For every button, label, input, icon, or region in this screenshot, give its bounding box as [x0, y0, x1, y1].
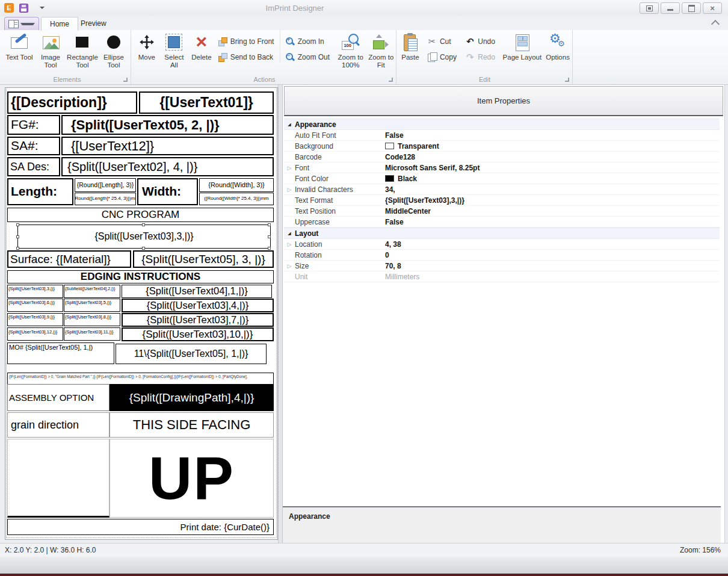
- application-menu-button[interactable]: [4, 17, 39, 31]
- property-row-uppercase[interactable]: Uppercase False: [284, 217, 720, 228]
- property-row-rotation[interactable]: Rotation 0: [284, 250, 720, 261]
- select-all-button[interactable]: Select All: [161, 30, 188, 69]
- property-row-unit[interactable]: Unit Millimeters: [284, 271, 720, 282]
- edging-cell[interactable]: {Split([UserText03],4,|)}: [122, 299, 274, 312]
- label-cell-assembly-option[interactable]: ASSEMBLY OPTION: [7, 384, 110, 411]
- dialog-launcher-icon[interactable]: [565, 78, 569, 82]
- label-cell-fg-label[interactable]: FG#:: [7, 115, 60, 135]
- resize-handle[interactable]: [268, 223, 271, 226]
- collapse-icon[interactable]: ◢: [284, 231, 295, 236]
- label-cell-edging-header[interactable]: EDGING INSTRUCTIONS: [7, 270, 274, 283]
- property-row-location[interactable]: ▷ Location 4, 38: [284, 239, 720, 250]
- label-cell-width-mm[interactable]: ({Round([Width]* 25.4, 3)})mm: [199, 193, 274, 205]
- dialog-launcher-icon[interactable]: [389, 78, 393, 82]
- property-row-font-color[interactable]: Font Color Black: [284, 173, 720, 184]
- property-row-text-position[interactable]: Text Position MiddleCenter: [284, 206, 720, 217]
- copy-button[interactable]: Copy: [427, 52, 461, 63]
- property-row-auto-fit-font[interactable]: Auto Fit Font False: [284, 130, 720, 141]
- edging-cell[interactable]: {Split([UserText03],8,|)}: [64, 313, 120, 326]
- label-cell-print-date[interactable]: Print date: {CurDate()}: [7, 519, 274, 535]
- panel-splitter[interactable]: [278, 85, 283, 543]
- label-cell-grain-direction[interactable]: grain direction: [7, 412, 110, 438]
- edging-cell[interactable]: {Subfield([UserText04],2,|)}: [64, 285, 120, 298]
- fullscreen-button[interactable]: [640, 2, 659, 14]
- redo-button[interactable]: ↷ Redo: [465, 52, 501, 63]
- label-cell-cnc-program[interactable]: CNC PROGRAM: [7, 208, 274, 222]
- zoom-to-100-button[interactable]: 100 Zoom to 100%: [335, 30, 366, 69]
- resize-handle[interactable]: [142, 247, 145, 250]
- send-to-back-button[interactable]: Send to Back: [218, 52, 280, 63]
- zoom-out-button[interactable]: − Zoom Out: [285, 52, 335, 63]
- edging-cell[interactable]: {Split([UserText03],9,|)}: [7, 313, 63, 326]
- dialog-launcher-icon[interactable]: [123, 78, 128, 82]
- edging-cell[interactable]: {Split([UserText03],6,|)}: [7, 299, 63, 312]
- label-cell-sa-label[interactable]: SA#:: [7, 137, 60, 155]
- property-category-layout[interactable]: ◢ Layout: [284, 228, 720, 239]
- property-row-barcode[interactable]: Barcode Code128: [284, 152, 720, 163]
- bring-to-front-button[interactable]: Bring to Front: [218, 36, 280, 47]
- edging-cell[interactable]: {Split([UserText03],5,|)}: [64, 299, 120, 312]
- resize-handle[interactable]: [16, 235, 19, 238]
- property-row-font[interactable]: ▷ Font Microsoft Sans Serif, 8.25pt: [284, 163, 720, 173]
- label-cell-usertext01[interactable]: {[UserText01]}: [139, 91, 274, 114]
- label-cell-assembly-value[interactable]: {Split([DrawingPath],4,|)}: [110, 384, 274, 411]
- label-cell-description[interactable]: {[Description]}: [7, 91, 137, 114]
- label-cell-empty[interactable]: [7, 439, 110, 518]
- resize-handle[interactable]: [16, 223, 19, 226]
- undo-button[interactable]: ↶ Undo: [465, 36, 501, 47]
- edging-cell[interactable]: {Split([UserText03],12,|)}: [7, 327, 63, 341]
- property-row-text-format[interactable]: Text Format {Split([UserText03],3,|)}: [284, 195, 720, 206]
- label-page[interactable]: {[Description]} {[UserText01]} FG#: {Spl…: [5, 87, 278, 540]
- move-button[interactable]: Move: [133, 30, 161, 61]
- property-row-size[interactable]: ▷ Size 70, 8: [284, 261, 720, 271]
- label-cell-this-side-facing[interactable]: THIS SIDE FACING: [110, 412, 274, 438]
- minimize-button[interactable]: [661, 2, 680, 14]
- label-cell-sa-value[interactable]: {[UserText12]}: [61, 137, 274, 155]
- label-cell-width-value[interactable]: {Round([Width], 3)}: [199, 178, 274, 192]
- property-category-appearance[interactable]: ◢ Appearance: [284, 119, 720, 130]
- collapse-icon[interactable]: ◢: [284, 122, 295, 127]
- delete-button[interactable]: × Delete: [188, 30, 215, 61]
- expand-icon[interactable]: ▷: [284, 263, 295, 269]
- resize-handle[interactable]: [142, 223, 145, 226]
- label-cell-sades-value[interactable]: {Split([UserText02], 4, |)}: [61, 157, 274, 176]
- label-cell-surface[interactable]: Surface: {[Material]}: [7, 250, 131, 268]
- expand-icon[interactable]: ▷: [284, 187, 295, 193]
- label-cell-surface-value[interactable]: {Split([UserText05], 3, |)}: [133, 250, 274, 268]
- text-tool-button[interactable]: Text Tool: [4, 30, 35, 61]
- property-row-background[interactable]: Background Transparent: [284, 141, 720, 152]
- resize-handle[interactable]: [268, 247, 271, 250]
- zoom-to-fit-button[interactable]: Zoom to Fit: [366, 30, 396, 69]
- edging-cell[interactable]: {Split([UserText03],7,|)}: [122, 313, 274, 327]
- close-button[interactable]: ×: [703, 2, 722, 14]
- label-cell-up[interactable]: UP: [110, 439, 274, 518]
- edging-cell[interactable]: {Split([UserText03],10,|)}: [122, 327, 274, 341]
- property-row-invalid-characters[interactable]: ▷ Invalid Characters 34,: [284, 184, 720, 195]
- selected-text-element[interactable]: {Split([UserText03],3,|)}: [17, 225, 271, 249]
- label-cell-mo-value[interactable]: 11\{Split([UserText05], 1,|)}: [116, 344, 267, 364]
- resize-handle[interactable]: [16, 247, 19, 250]
- tab-home[interactable]: Home: [41, 17, 78, 31]
- options-button[interactable]: ⚙⚙ Options: [543, 30, 572, 61]
- design-canvas[interactable]: {[Description]} {[UserText01]} FG#: {Spl…: [0, 85, 278, 543]
- zoom-in-button[interactable]: + Zoom In: [285, 36, 335, 47]
- expand-icon[interactable]: ▷: [284, 165, 295, 171]
- label-cell-length-value[interactable]: {Round([Length], 3)}: [75, 178, 136, 192]
- paste-button[interactable]: Paste: [397, 30, 424, 61]
- label-cell-fg-value[interactable]: {Split([UserText05, 2, |)}: [61, 115, 274, 135]
- ellipse-tool-button[interactable]: Ellipse Tool: [99, 30, 129, 69]
- label-cell-sades-label[interactable]: SA Des:: [7, 157, 60, 176]
- label-cell-length-label[interactable]: Length:: [7, 178, 73, 205]
- resize-handle[interactable]: [268, 235, 271, 238]
- page-layout-button[interactable]: Page Layout: [501, 30, 544, 61]
- maximize-button[interactable]: [682, 2, 701, 14]
- edging-cell[interactable]: {Split([UserText04],1,|)}: [122, 285, 272, 298]
- collapse-ribbon-icon[interactable]: [711, 20, 720, 28]
- rectangle-tool-button[interactable]: Rectangle Tool: [66, 30, 99, 69]
- edging-cell[interactable]: {Split([UserText03],3,|)}: [7, 285, 63, 298]
- label-cell-mo[interactable]: MO# {Split([UserText05], 1,|): [7, 342, 114, 364]
- expand-icon[interactable]: ▷: [284, 241, 295, 247]
- edging-cell[interactable]: {Split([UserText03],11,|)}: [64, 327, 120, 341]
- label-cell-length-mm[interactable]: ({Round([Length]* 25.4, 3)})mm: [75, 193, 136, 205]
- label-cell-width-label[interactable]: Width:: [137, 178, 198, 205]
